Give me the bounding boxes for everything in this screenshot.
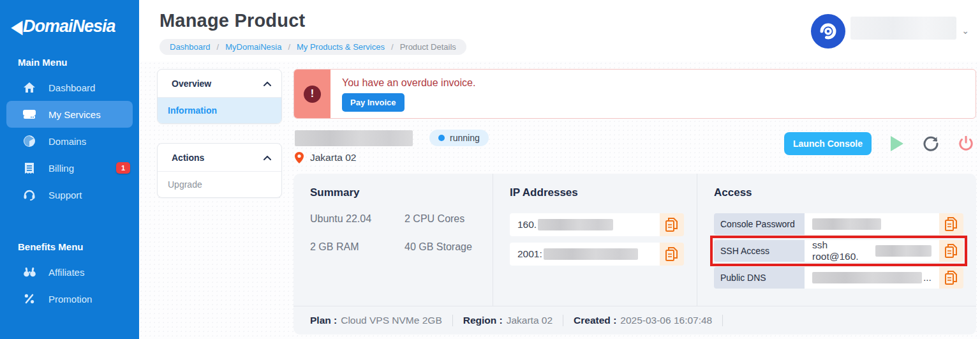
copy-icon (945, 244, 958, 258)
plan-value: Cloud VPS NVMe 2GB (341, 315, 442, 326)
chevron-up-icon (264, 156, 271, 160)
redacted-username (850, 17, 956, 40)
power-icon (958, 136, 974, 151)
status-label: running (450, 133, 480, 143)
redacted-server-name (295, 130, 413, 146)
benefits-menu-heading: Benefits Menu (0, 232, 139, 259)
chevron-up-icon (264, 82, 271, 86)
copy-icon (665, 247, 678, 261)
server-actions: Launch Console (784, 130, 974, 155)
breadcrumb-separator: / (288, 42, 290, 52)
copy-icon (945, 271, 958, 285)
sidebar-item-dashboard[interactable]: Dashboard (0, 74, 139, 101)
domainesia-logo[interactable]: ◀ DomaiNesia (0, 11, 139, 48)
globe-icon (23, 135, 36, 147)
breadcrumb-product-details: Product Details (400, 42, 456, 52)
sidebar-item-label: Promotion (48, 294, 92, 305)
actions-panel-header[interactable]: Actions (158, 144, 281, 172)
logo-text: DomaiNesia (23, 17, 115, 36)
ipv6-row: 2001: (510, 243, 684, 266)
breadcrumb-mydomainesia[interactable]: MyDomaiNesia (225, 42, 281, 52)
sidebar-item-billing[interactable]: Billing 1 (0, 154, 139, 181)
console-password-value (805, 213, 939, 235)
copy-ssh-access-button[interactable] (939, 240, 963, 262)
main-area: Manage Product Dashboard / MyDomaiNesia … (139, 0, 980, 339)
region-value: Jakarta 02 (507, 315, 553, 326)
sidebar-item-affiliates[interactable]: Affiliates (0, 259, 139, 285)
ip-addresses-section: IP Addresses 160. 20 (493, 174, 697, 306)
play-icon (891, 136, 903, 151)
main-menu-heading: Main Menu (0, 48, 139, 74)
console-password-row: Console Password (714, 213, 963, 235)
top-bar: Manage Product Dashboard / MyDomaiNesia … (139, 0, 980, 61)
plan-footer: Plan : Cloud VPS NVMe 2GB Region : Jakar… (293, 306, 976, 335)
pay-invoice-button[interactable]: Pay Invoice (342, 93, 405, 112)
sidebar-item-label: Support (48, 190, 82, 200)
sidebar-item-support[interactable]: Support (0, 181, 139, 208)
copy-console-password-button[interactable] (939, 213, 963, 235)
ssh-access-value: ssh root@160. (805, 240, 939, 262)
server-location: Jakarta 02 (310, 152, 356, 163)
summary-os: Ubuntu 22.04 (310, 213, 393, 225)
home-icon (23, 81, 36, 94)
overview-panel: Overview Information (157, 69, 282, 124)
access-section: Access Console Password (697, 174, 976, 306)
restart-server-button[interactable] (923, 135, 939, 152)
summary-cpu: 2 CPU Cores (405, 213, 480, 225)
sidebar-item-label: Dashboard (48, 82, 95, 93)
alert-strip: ! (294, 70, 330, 118)
sidebar-item-my-services[interactable]: My Services (6, 101, 133, 128)
user-menu[interactable]: ⌄ (811, 10, 969, 61)
region-info: Region : Jakarta 02 (453, 315, 563, 326)
copy-public-dns-button[interactable] (939, 267, 963, 289)
status-badge: running (429, 130, 489, 146)
headset-icon (23, 188, 36, 201)
launch-console-button[interactable]: Launch Console (784, 132, 872, 155)
copy-icon (945, 217, 958, 231)
logo-triangle-icon: ◀ (11, 16, 22, 37)
sidebar: ◀ DomaiNesia Main Menu Dashboard My Serv… (0, 0, 139, 339)
copy-ipv4-button[interactable] (660, 213, 684, 236)
page-title: Manage Product (160, 10, 466, 31)
summary-section: Summary Ubuntu 22.04 2 CPU Cores 2 GB RA… (293, 174, 493, 306)
redacted-console-password (812, 218, 881, 230)
breadcrumb: Dashboard / MyDomaiNesia / My Products &… (160, 39, 466, 55)
ipv4-visible-text: 160. (517, 219, 537, 230)
start-server-button[interactable] (891, 136, 903, 151)
ssh-visible-text: ssh root@160. (812, 239, 874, 262)
server-summary-row: running Jakarta 02 Launch Console (293, 119, 976, 163)
details-card: Summary Ubuntu 22.04 2 CPU Cores 2 GB RA… (293, 174, 976, 335)
sidebar-item-promotion[interactable]: Promotion (0, 285, 139, 312)
public-dns-row: Public DNS ... (714, 267, 963, 289)
created-label: Created : (574, 315, 616, 326)
secondary-nav-column: Overview Information Actions Upgrade (157, 69, 282, 339)
public-dns-value: ... (805, 267, 939, 289)
binoculars-icon (23, 266, 36, 278)
access-heading: Access (714, 186, 963, 199)
breadcrumb-separator: / (217, 42, 219, 52)
actions-panel: Actions Upgrade (157, 143, 282, 198)
chevron-down-icon[interactable]: ⌄ (961, 26, 969, 36)
upgrade-action[interactable]: Upgrade (158, 172, 281, 197)
avatar (811, 14, 845, 49)
percent-icon (23, 292, 36, 305)
overview-panel-header[interactable]: Overview (158, 70, 281, 98)
sidebar-item-label: Affiliates (48, 267, 84, 278)
public-dns-ellipsis: ... (923, 272, 932, 283)
breadcrumb-separator: / (391, 42, 394, 52)
sidebar-item-domains[interactable]: Domains (0, 128, 139, 154)
ipv4-value: 160. (510, 213, 660, 236)
summary-heading: Summary (310, 186, 480, 199)
created-info: Created : 2025-03-06 16:07:48 (563, 315, 723, 326)
information-tab[interactable]: Information (158, 98, 281, 123)
copy-ipv6-button[interactable] (660, 243, 684, 266)
shutdown-server-button[interactable] (958, 136, 974, 151)
alert-message: You have an overdue invoice. (342, 77, 475, 89)
ipv6-value: 2001: (510, 243, 660, 266)
breadcrumb-my-products-services[interactable]: My Products & Services (297, 42, 385, 52)
content-region: Overview Information Actions Upgrade ! (139, 61, 980, 339)
refresh-icon (923, 135, 939, 152)
breadcrumb-dashboard[interactable]: Dashboard (170, 42, 211, 52)
sidebar-item-label: Domains (48, 136, 86, 147)
created-value: 2025-03-06 16:07:48 (620, 315, 712, 326)
